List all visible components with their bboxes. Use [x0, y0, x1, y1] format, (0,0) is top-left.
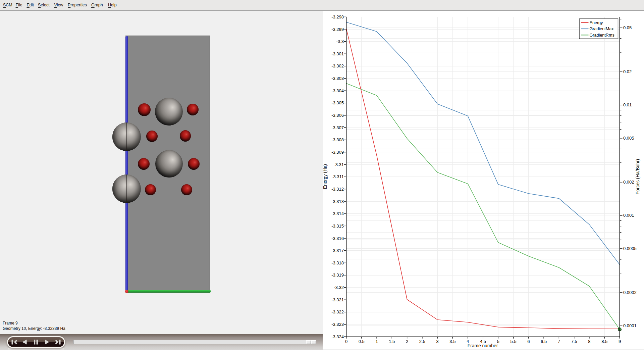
svg-text:8: 8 — [588, 339, 590, 344]
svg-text:-3.298: -3.298 — [331, 14, 344, 19]
svg-text:0.02: 0.02 — [623, 69, 632, 74]
svg-text:0.001: 0.001 — [623, 213, 634, 218]
svg-text:-3.321: -3.321 — [331, 297, 344, 302]
svg-text:0.0005: 0.0005 — [623, 246, 637, 251]
svg-text:-3.315: -3.315 — [331, 223, 344, 229]
svg-text:-3.312: -3.312 — [331, 187, 344, 192]
svg-text:-3.314: -3.314 — [331, 211, 344, 216]
svg-text:-3.308: -3.308 — [331, 137, 344, 142]
svg-text:-3.304: -3.304 — [331, 88, 344, 93]
svg-text:-3.302: -3.302 — [331, 63, 344, 68]
svg-text:2: 2 — [406, 339, 408, 344]
svg-text:6: 6 — [527, 339, 530, 344]
svg-text:-3.311: -3.311 — [332, 174, 344, 179]
svg-text:-3.313: -3.313 — [331, 199, 344, 204]
svg-text:Energy (Ha): Energy (Ha) — [323, 164, 328, 189]
svg-text:5.5: 5.5 — [511, 339, 517, 344]
svg-text:-3.32: -3.32 — [334, 285, 344, 290]
svg-text:-3.305: -3.305 — [331, 100, 344, 105]
svg-text:Forces (Ha/Bohr): Forces (Ha/Bohr) — [635, 159, 640, 195]
svg-text:0: 0 — [345, 339, 347, 344]
svg-text:0.05: 0.05 — [623, 25, 632, 30]
svg-text:Frame number: Frame number — [468, 343, 498, 348]
svg-text:-3.306: -3.306 — [331, 113, 344, 118]
svg-text:-3.323: -3.323 — [331, 322, 344, 327]
svg-text:9: 9 — [619, 339, 621, 344]
svg-text:8.5: 8.5 — [601, 339, 607, 344]
svg-text:7.5: 7.5 — [571, 339, 577, 344]
svg-text:-3.303: -3.303 — [331, 76, 344, 81]
svg-text:-3.318: -3.318 — [331, 260, 344, 265]
svg-text:-3.324: -3.324 — [331, 334, 344, 339]
svg-text:-3.309: -3.309 — [331, 150, 344, 155]
svg-text:-3.3: -3.3 — [336, 39, 344, 44]
svg-text:0.0001: 0.0001 — [623, 323, 637, 328]
svg-text:2.5: 2.5 — [419, 339, 425, 344]
svg-text:6.5: 6.5 — [541, 339, 547, 344]
svg-text:1.5: 1.5 — [389, 339, 395, 344]
svg-text:0.01: 0.01 — [623, 102, 632, 107]
svg-text:0.005: 0.005 — [623, 136, 634, 141]
svg-text:0.0002: 0.0002 — [623, 290, 637, 295]
svg-text:-3.319: -3.319 — [331, 272, 344, 278]
svg-text:3.5: 3.5 — [449, 339, 455, 344]
svg-text:-3.316: -3.316 — [331, 236, 344, 241]
svg-text:-3.301: -3.301 — [331, 51, 344, 56]
svg-text:-3.299: -3.299 — [331, 27, 344, 32]
svg-text:-3.31: -3.31 — [334, 162, 344, 167]
svg-text:-3.307: -3.307 — [331, 125, 344, 130]
svg-text:7: 7 — [558, 339, 560, 344]
svg-text:GradientRms: GradientRms — [590, 33, 614, 38]
svg-text:Energy: Energy — [590, 20, 603, 25]
svg-text:1: 1 — [375, 339, 378, 344]
svg-text:0.5: 0.5 — [359, 339, 365, 344]
svg-text:-3.322: -3.322 — [331, 309, 344, 314]
svg-text:-3.317: -3.317 — [331, 248, 344, 253]
svg-text:GradientMax: GradientMax — [590, 27, 614, 31]
svg-text:0.002: 0.002 — [623, 180, 634, 185]
svg-text:3: 3 — [436, 339, 439, 344]
